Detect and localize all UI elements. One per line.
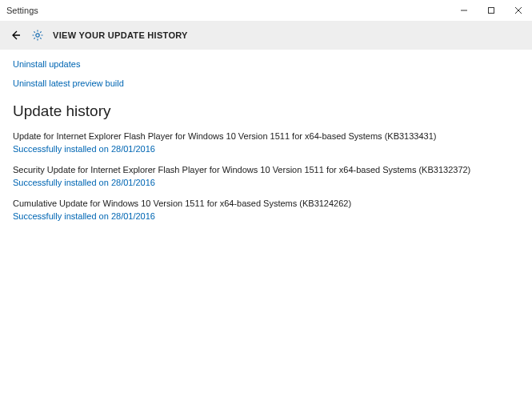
update-status-link[interactable]: Successfully installed on 28/01/2016 xyxy=(13,211,155,221)
update-title: Cumulative Update for Windows 10 Version… xyxy=(13,198,519,208)
page-title: VIEW YOUR UPDATE HISTORY xyxy=(53,30,188,40)
window-controls xyxy=(450,0,532,21)
app-title: Settings xyxy=(6,6,38,15)
back-arrow-icon xyxy=(9,29,22,42)
maximize-button[interactable] xyxy=(478,0,505,21)
update-title: Security Update for Internet Explorer Fl… xyxy=(13,165,519,174)
minimize-button[interactable] xyxy=(450,0,478,21)
update-item: Security Update for Internet Explorer Fl… xyxy=(13,165,519,187)
page-header: VIEW YOUR UPDATE HISTORY xyxy=(0,21,532,50)
back-button[interactable] xyxy=(8,28,22,42)
close-icon xyxy=(514,6,522,14)
minimize-icon xyxy=(460,6,468,14)
settings-gear-icon xyxy=(30,28,45,42)
uninstall-preview-link[interactable]: Uninstall latest preview build xyxy=(13,78,124,88)
update-status-link[interactable]: Successfully installed on 28/01/2016 xyxy=(13,178,155,187)
update-item: Update for Internet Explorer Flash Playe… xyxy=(13,131,519,154)
update-item: Cumulative Update for Windows 10 Version… xyxy=(13,198,519,221)
titlebar: Settings xyxy=(0,0,532,21)
maximize-icon xyxy=(487,6,495,14)
svg-rect-1 xyxy=(489,8,494,14)
update-status-link[interactable]: Successfully installed on 28/01/2016 xyxy=(13,144,155,154)
close-button[interactable] xyxy=(505,0,532,21)
uninstall-updates-link[interactable]: Uninstall updates xyxy=(13,59,80,69)
section-heading: Update history xyxy=(13,102,519,120)
content-area: Uninstall updates Uninstall latest previ… xyxy=(0,50,532,242)
svg-point-4 xyxy=(36,34,39,37)
update-title: Update for Internet Explorer Flash Playe… xyxy=(13,131,519,141)
